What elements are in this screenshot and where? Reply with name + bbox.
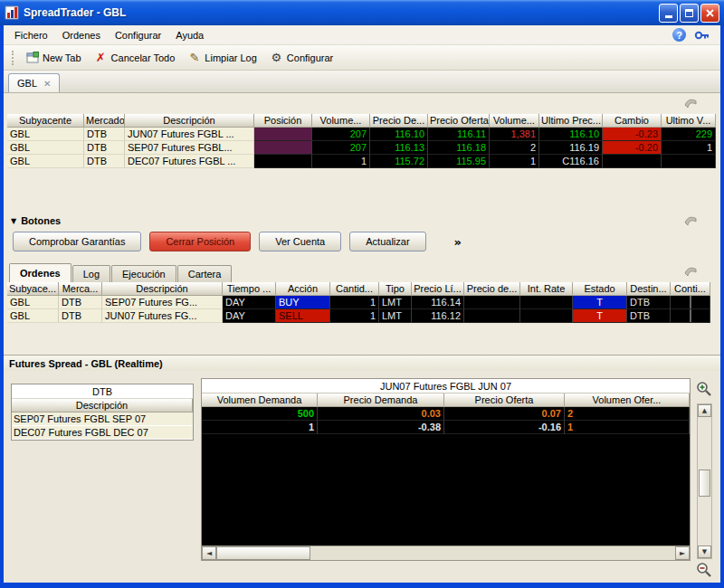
col-header[interactable]: Volume... bbox=[490, 114, 539, 128]
cell-vol-oferta[interactable]: 1,381 bbox=[490, 128, 539, 141]
close-button[interactable] bbox=[700, 4, 719, 23]
col-header[interactable]: Cambio bbox=[603, 114, 662, 128]
col-header[interactable]: Precio de... bbox=[464, 282, 520, 296]
panel-curl-icon[interactable] bbox=[684, 214, 697, 227]
col-header[interactable]: Cantid... bbox=[330, 282, 379, 296]
cell-accion[interactable]: SELL bbox=[276, 309, 330, 323]
actualizar-button[interactable]: Actualizar bbox=[349, 232, 425, 251]
scroll-right-icon[interactable]: ► bbox=[675, 546, 690, 560]
menu-ordenes[interactable]: Ordenes bbox=[55, 27, 108, 43]
cell-precio-limite[interactable]: 116.14 bbox=[412, 296, 464, 309]
minimize-button[interactable] bbox=[659, 4, 678, 23]
col-header[interactable]: Precio De... bbox=[370, 114, 428, 128]
toolbar-grip[interactable] bbox=[12, 51, 14, 65]
col-header[interactable]: Precio Oferta bbox=[428, 114, 490, 128]
col-header[interactable]: Mercado bbox=[84, 114, 125, 128]
cell-precio-demanda[interactable]: -0.38 bbox=[318, 421, 444, 434]
book-row[interactable]: 1 -0.38 -0.16 1 bbox=[202, 421, 690, 434]
col-header[interactable]: Destin... bbox=[627, 282, 671, 296]
panel-curl-icon[interactable] bbox=[684, 97, 697, 109]
col-header[interactable]: Posición bbox=[254, 114, 312, 128]
cell-precio-demanda[interactable]: 116.10 bbox=[370, 128, 428, 141]
cell-vol-demanda[interactable]: 207 bbox=[312, 141, 370, 155]
tab-ejecucion[interactable]: Ejecución bbox=[111, 265, 176, 282]
help-icon[interactable]: ? bbox=[672, 28, 686, 42]
col-header[interactable]: Int. Rate bbox=[520, 282, 573, 296]
cell-precio-limite[interactable]: 116.12 bbox=[412, 309, 464, 323]
clear-log-button[interactable]: ✎ Limpiar Log bbox=[181, 48, 262, 67]
cell-tiempo[interactable]: DAY bbox=[223, 309, 276, 323]
panel-curl-icon[interactable] bbox=[684, 265, 697, 278]
continuous-checkbox[interactable] bbox=[690, 296, 691, 308]
col-header[interactable]: Merca... bbox=[59, 282, 102, 296]
table-row[interactable]: GBL DTB JUN07 Futures FGBL ... 207 116.1… bbox=[7, 128, 716, 141]
table-row[interactable]: GBL DTB DEC07 Futures FGBL ... 1 115.72 … bbox=[7, 155, 716, 168]
zoom-out-icon[interactable] bbox=[696, 562, 712, 578]
more-buttons-chevron[interactable]: » bbox=[454, 235, 462, 249]
order-row[interactable]: GBL DTB SEP07 Futures FG... DAY BUY 1 LM… bbox=[7, 296, 710, 309]
cell-vol-oferta[interactable]: 2 bbox=[565, 407, 690, 421]
col-header[interactable]: Tiempo ... bbox=[223, 282, 276, 296]
scrollbar-thumb[interactable] bbox=[699, 469, 710, 497]
horizontal-scrollbar[interactable]: ◄ ► bbox=[202, 545, 690, 560]
col-header[interactable]: Precio Lí... bbox=[412, 282, 464, 296]
scroll-left-icon[interactable]: ◄ bbox=[202, 546, 216, 560]
collapse-arrow-icon[interactable]: ▼ bbox=[11, 217, 16, 225]
continuous-checkbox[interactable] bbox=[690, 309, 691, 322]
menu-configurar[interactable]: Configurar bbox=[108, 27, 168, 43]
cell-accion[interactable]: BUY bbox=[276, 296, 330, 309]
col-header[interactable]: Volumen Ofer... bbox=[565, 394, 690, 407]
configure-button[interactable]: ⚙ Configurar bbox=[263, 48, 339, 67]
book-row[interactable]: 500 0.03 0.07 2 bbox=[202, 407, 690, 421]
cell-vol-oferta[interactable]: 2 bbox=[490, 141, 539, 155]
cell-precio-oferta[interactable]: 116.18 bbox=[428, 141, 490, 155]
col-header[interactable]: Tipo bbox=[379, 282, 412, 296]
col-header[interactable]: Descripción bbox=[102, 282, 223, 296]
list-item[interactable]: SEP07 Futures FGBL SEP 07 bbox=[12, 413, 193, 426]
zoom-in-icon[interactable] bbox=[696, 381, 712, 397]
cell-precio-oferta[interactable]: 116.11 bbox=[428, 128, 490, 141]
cerrar-posicion-button[interactable]: Cerrar Posición bbox=[149, 232, 251, 251]
tab-ordenes[interactable]: Ordenes bbox=[9, 263, 71, 282]
new-tab-button[interactable]: New Tab bbox=[19, 48, 88, 67]
order-row[interactable]: GBL DTB JUN07 Futures FG... DAY SELL 1 L… bbox=[7, 309, 710, 323]
col-header[interactable]: Subyace... bbox=[7, 282, 59, 296]
col-header[interactable]: Acción bbox=[276, 282, 330, 296]
comprobar-garantias-button[interactable]: Comprobar Garantías bbox=[13, 232, 141, 251]
cell-precio-oferta[interactable]: 115.95 bbox=[428, 155, 490, 168]
cancel-all-button[interactable]: ✗ Cancelar Todo bbox=[88, 48, 182, 67]
col-header[interactable]: Precio Oferta bbox=[444, 394, 565, 407]
cell-precio-demanda[interactable]: 116.13 bbox=[370, 141, 428, 155]
cell-precio-oferta[interactable]: -0.16 bbox=[444, 421, 565, 434]
cell-precio-demanda[interactable]: 115.72 bbox=[370, 155, 428, 168]
scroll-up-icon[interactable]: ▲ bbox=[698, 404, 711, 417]
cell-tiempo[interactable]: DAY bbox=[223, 296, 276, 309]
col-header[interactable]: Estado bbox=[573, 282, 627, 296]
col-header[interactable]: Ultimo Prec... bbox=[539, 114, 603, 128]
col-header[interactable]: Ultimo V... bbox=[662, 114, 716, 128]
col-header[interactable]: Conti... bbox=[671, 282, 710, 296]
cell-precio-demanda[interactable]: 0.03 bbox=[318, 407, 444, 421]
col-header[interactable]: Volumen Demanda bbox=[202, 394, 318, 407]
col-header[interactable]: Precio Demanda bbox=[318, 394, 444, 407]
menu-fichero[interactable]: Fichero bbox=[7, 27, 55, 43]
col-header[interactable]: Descripción bbox=[12, 399, 193, 413]
tab-gbl[interactable]: GBL ✕ bbox=[8, 73, 60, 92]
cell-cantidad[interactable]: 1 bbox=[330, 309, 379, 323]
scrollbar-thumb[interactable] bbox=[216, 546, 310, 560]
scroll-down-icon[interactable]: ▼ bbox=[698, 545, 711, 558]
list-item[interactable]: DEC07 Futures FGBL DEC 07 bbox=[12, 426, 193, 440]
tab-cartera[interactable]: Cartera bbox=[177, 265, 233, 282]
tab-close-icon[interactable]: ✕ bbox=[43, 78, 51, 90]
cell-vol-oferta[interactable]: 1 bbox=[565, 421, 690, 434]
vertical-scrollbar[interactable]: ▲ ▼ bbox=[697, 403, 712, 559]
col-header[interactable]: Subyacente bbox=[7, 114, 84, 128]
table-row[interactable]: GBL DTB SEP07 Futures FGBL... 207 116.13… bbox=[7, 141, 716, 155]
cell-tipo[interactable]: LMT bbox=[379, 309, 412, 323]
col-header[interactable]: Volume... bbox=[312, 114, 370, 128]
ver-cuenta-button[interactable]: Ver Cuenta bbox=[259, 232, 341, 251]
cell-cantidad[interactable]: 1 bbox=[330, 296, 379, 309]
key-icon[interactable] bbox=[694, 29, 710, 42]
cell-vol-demanda[interactable]: 1 bbox=[312, 155, 370, 168]
cell-vol-oferta[interactable]: 1 bbox=[490, 155, 539, 168]
